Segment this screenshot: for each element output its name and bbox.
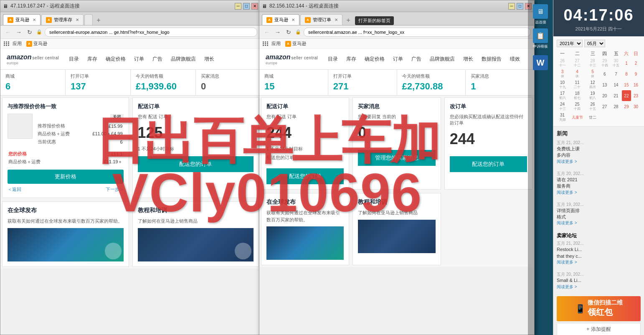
left-back-link[interactable]: ＜返回	[8, 186, 21, 193]
left-close-btn[interactable]: 关闭	[110, 114, 124, 119]
cal-cell[interactable]: 21	[610, 90, 621, 101]
cal-cell[interactable]: 30十五	[610, 58, 621, 69]
right-refresh-btn[interactable]: ↻	[284, 28, 293, 36]
cal-cell[interactable]: 19初八	[586, 90, 599, 101]
right-new-tab-btn[interactable]: ＋	[343, 15, 353, 25]
left-nav-ads[interactable]: 广告	[151, 55, 164, 63]
sidebar-icon-word[interactable]: W	[530, 53, 551, 74]
cal-cell[interactable]: 26十五	[586, 101, 599, 112]
cal-cell[interactable]: 6	[599, 69, 610, 79]
left-nav-brand[interactable]: 品牌旗舰店	[169, 55, 198, 63]
left-forward-btn[interactable]: →	[15, 28, 23, 36]
calendar-month-select[interactable]: 05月	[584, 40, 605, 47]
news-item-1-link[interactable]: 阅读更多 >	[557, 159, 641, 165]
right-nav-inventory[interactable]: 库存	[345, 55, 358, 63]
cal-cell[interactable]: 26十一	[557, 58, 568, 69]
right-maximize-btn[interactable]: □	[517, 3, 523, 10]
left-nav-catalog[interactable]: 目录	[67, 55, 81, 63]
cal-cell[interactable]: 20	[599, 90, 610, 101]
sidebar-icon-appeal[interactable]: 📋 申诉模板	[530, 28, 551, 49]
right-nav-performance[interactable]: 绩效	[508, 55, 522, 63]
right-tab-amazon[interactable]: A 亚马逊 ✕	[262, 14, 299, 25]
cal-cell[interactable]: 29	[622, 101, 631, 112]
right-nav-catalog[interactable]: 目录	[326, 55, 340, 63]
add-reminder-btn[interactable]: + 添加提醒	[557, 323, 641, 335]
close-btn[interactable]: ✕	[251, 3, 258, 10]
right-nav-orders[interactable]: 订单	[391, 55, 405, 63]
cal-cell[interactable]: 18初七	[568, 90, 586, 101]
right-delivery-btn[interactable]: 配送您的订单	[266, 168, 344, 184]
cal-cell-today[interactable]: 22	[622, 90, 631, 101]
cal-cell[interactable]: 28十三	[586, 58, 599, 69]
left-update-price-btn[interactable]: 更新价格	[8, 170, 124, 184]
left-nav-pricing[interactable]: 确定价格	[104, 55, 127, 63]
cal-cell[interactable]: 27	[599, 101, 610, 112]
right-nav-ads[interactable]: 广告	[410, 55, 423, 63]
cal-cell[interactable]: 31无烦	[557, 112, 568, 123]
left-tab-amazon[interactable]: A 亚马逊 ✕	[3, 14, 41, 25]
right-nav-brand[interactable]: 品牌旗舰店	[428, 55, 456, 63]
cal-cell[interactable]: 7	[610, 69, 621, 79]
qr-promo: 📱 微信扫描二维 领红包	[557, 296, 641, 321]
right-nav-data[interactable]: 数据报告	[480, 55, 503, 63]
cal-cell[interactable]: 15	[622, 79, 631, 90]
cal-cell[interactable]: 9	[631, 69, 641, 79]
cal-cell[interactable]: 4休	[568, 69, 586, 79]
left-next-link[interactable]: 下一步 >	[106, 186, 123, 193]
sidebar-icon-appeal-label: 申诉模板	[533, 44, 548, 49]
cal-cell[interactable]: 23	[631, 90, 641, 101]
cal-cell[interactable]: 8	[622, 69, 631, 79]
cal-cell[interactable]: 11二十	[568, 79, 586, 90]
cal-cell[interactable]: 28	[610, 101, 621, 112]
cal-cell[interactable]: 12四月	[586, 79, 599, 90]
left-back-btn[interactable]: ←	[4, 28, 12, 36]
left-nav-growth[interactable]: 增长	[203, 55, 216, 63]
left-new-tab-btn[interactable]: ＋	[94, 15, 104, 25]
news-item-4-link[interactable]: 阅读更多 >	[557, 259, 641, 265]
right-pending-btn[interactable]: 配送您的订单	[450, 156, 527, 172]
left-tab-inventory[interactable]: A 管理库存 ✕	[41, 14, 84, 25]
news-item-3-link[interactable]: 阅读更多 >	[557, 220, 641, 226]
cal-cell[interactable]: 3休	[557, 69, 568, 79]
left-delivery-btn[interactable]: 配送您的订单	[138, 156, 254, 172]
cal-cell[interactable]: 10十九	[557, 79, 568, 90]
cal-cell[interactable]: 29十四	[599, 58, 610, 69]
right-buyer-desc: 您需要回复 当前的	[358, 114, 435, 120]
right-back-btn[interactable]: ←	[263, 28, 271, 36]
left-url-input[interactable]	[45, 28, 257, 37]
left-refresh-btn[interactable]: ↻	[25, 28, 34, 36]
maximize-btn[interactable]: □	[243, 3, 250, 10]
cal-cell[interactable]: 17初六	[557, 90, 568, 101]
left-tab-amazon-close[interactable]: ✕	[33, 18, 36, 22]
cal-cell[interactable]: 16	[631, 79, 641, 90]
cal-cell[interactable]: 30	[631, 101, 641, 112]
right-tab-orders[interactable]: A 管理订单 ✕	[300, 14, 342, 25]
cal-cell[interactable]: 1	[622, 58, 631, 69]
right-tab-orders-close[interactable]: ✕	[335, 18, 338, 22]
right-minimize-btn[interactable]: ─	[508, 3, 515, 10]
left-delivery-card: 配送订单 您有 配送 订单 125 1 不足24小时目标 配送您的订单	[132, 97, 259, 198]
right-nav-pricing[interactable]: 确定价格	[363, 55, 386, 63]
right-forward-btn[interactable]: →	[274, 28, 282, 36]
calendar-year-select[interactable]: 2021年	[557, 40, 583, 47]
cal-cell[interactable]: 5休	[586, 69, 599, 79]
news-item-5-link[interactable]: 阅读更多 >	[557, 284, 641, 290]
cal-cell[interactable]: 14	[610, 79, 621, 90]
left-tab-inventory-close[interactable]: ✕	[76, 18, 79, 22]
right-url-input[interactable]	[304, 28, 531, 37]
news-item-2-link[interactable]: 阅读更多 >	[557, 190, 641, 195]
minimize-btn[interactable]: ─	[235, 3, 241, 10]
cal-cell[interactable]: 27十二	[568, 58, 586, 69]
cal-cell[interactable]: 24十三	[557, 101, 568, 112]
left-nav-orders[interactable]: 订单	[132, 55, 146, 63]
left-logo-amazon: amazon	[7, 53, 32, 61]
right-nav-growth[interactable]: 增长	[461, 55, 475, 63]
cal-cell[interactable]: 25十四	[568, 101, 586, 112]
right-tab-amazon-close[interactable]: ✕	[292, 18, 295, 22]
cal-cell[interactable]: 2	[631, 58, 641, 69]
news-section: 新闻 五月 21, 202... 免费线上课多内容 阅读更多 > 五月 20, …	[553, 127, 644, 335]
sidebar-icon-remote[interactable]: 🖥 远连接	[530, 4, 551, 25]
right-buyer-btn[interactable]: 管理您的买家消息	[358, 150, 435, 166]
cal-cell[interactable]: 13	[599, 79, 610, 90]
left-nav-inventory[interactable]: 库存	[86, 55, 99, 63]
